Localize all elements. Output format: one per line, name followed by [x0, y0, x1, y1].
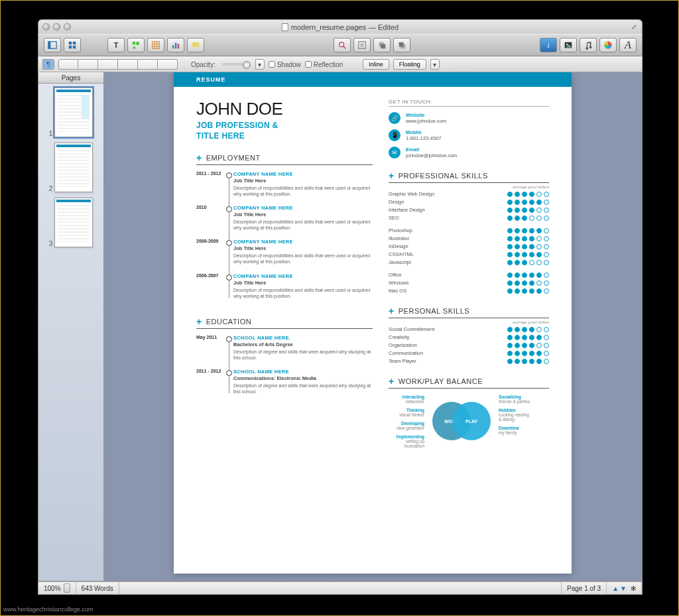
- close-icon[interactable]: [42, 23, 50, 31]
- timeline-item: 2008-2009 COMPANY NAME HERE Job Title He…: [233, 239, 373, 265]
- watermark: www.heritagechristiancollege.com: [3, 606, 93, 613]
- skill-row: InDesign: [389, 243, 549, 249]
- skill-rating: [507, 200, 549, 205]
- thumb-number: 3: [49, 240, 53, 247]
- opacity-stepper[interactable]: ▾: [255, 59, 265, 70]
- timeline-date: 2010: [196, 205, 225, 210]
- zoom-stepper[interactable]: [64, 584, 70, 593]
- document-icon: [282, 23, 288, 31]
- skill-row: SEO: [389, 215, 549, 221]
- wrap-options-button[interactable]: ▾: [430, 59, 440, 70]
- fullscreen-icon[interactable]: ⤢: [631, 23, 637, 31]
- zoom-icon[interactable]: [64, 23, 71, 31]
- sections-button[interactable]: [64, 38, 81, 52]
- venn-item: Implementingsetting up foundation: [389, 434, 424, 448]
- skill-row: Team Player: [389, 358, 549, 364]
- chart-button[interactable]: [167, 38, 184, 52]
- timeline-desc: Description of responsibilities and skil…: [233, 287, 373, 299]
- timeline-subheading: Communications: Electronic Media: [233, 375, 373, 381]
- fonts-button[interactable]: A: [619, 38, 637, 52]
- timeline-heading: COMPANY NAME HERE: [233, 205, 373, 211]
- contact-item: 📱 Mobile 1-801-123-4567: [389, 129, 549, 141]
- document-canvas[interactable]: RESUME JOHN DOE JOB PROFESSION & TITLE H…: [103, 72, 642, 581]
- timeline-heading: COMPANY NAME HERE: [233, 171, 373, 177]
- wrap-inline-button[interactable]: Inline: [363, 59, 389, 70]
- nav-down-icon[interactable]: ▼: [620, 585, 627, 592]
- page-thumbnail-2[interactable]: [54, 143, 93, 192]
- contact-item: ✉ Email johndoe@johndoe.com: [389, 147, 549, 158]
- svg-rect-24: [381, 44, 385, 48]
- mask-button[interactable]: [353, 38, 371, 52]
- skill-rating: [507, 343, 549, 348]
- align-center-button[interactable]: [78, 59, 98, 70]
- timeline-desc: Description of degree and skills that we…: [233, 383, 373, 395]
- page-thumbnail-3[interactable]: [54, 198, 93, 247]
- table-button[interactable]: [147, 38, 164, 52]
- skill-name: Team Player: [389, 358, 416, 364]
- wrap-floating-button[interactable]: Floating: [393, 59, 426, 70]
- skill-rating: [507, 192, 549, 197]
- textbox-button[interactable]: T: [107, 38, 125, 52]
- contact-icon: ✉: [389, 147, 401, 158]
- venn-play-circle: PLAY: [452, 402, 491, 440]
- inspector-button[interactable]: i: [540, 38, 557, 52]
- shadow-checkbox[interactable]: Shadow: [269, 61, 301, 68]
- skill-row: Interface Design: [389, 207, 549, 213]
- align-top-button[interactable]: [138, 59, 158, 70]
- nav-up-icon[interactable]: ▲: [612, 585, 619, 592]
- align-middle-button[interactable]: [158, 59, 178, 70]
- contact-icon: 📱: [389, 129, 401, 141]
- skill-rating: [507, 288, 549, 294]
- timeline-subheading: Job Title Here: [233, 178, 373, 184]
- media-button[interactable]: [560, 38, 577, 52]
- timeline-desc: Description of degree and skills that we…: [233, 349, 373, 361]
- opacity-slider[interactable]: [222, 63, 249, 66]
- timeline-heading: COMPANY NAME HERE: [233, 273, 373, 279]
- venn-diagram: WORK PLAY: [428, 397, 495, 445]
- svg-point-28: [566, 44, 568, 46]
- comment-button[interactable]: [187, 38, 204, 52]
- status-bar: 100% 643 Words Page 1 of 3 ▲ ▼ ✻: [38, 582, 643, 595]
- svg-rect-15: [175, 43, 177, 49]
- document-page[interactable]: RESUME JOHN DOE JOB PROFESSION & TITLE H…: [174, 72, 572, 574]
- skill-rating: [507, 273, 549, 278]
- align-right-button[interactable]: [98, 59, 118, 70]
- skill-name: Illustrator: [389, 235, 409, 241]
- music-button[interactable]: [580, 38, 597, 52]
- skill-row: Graphic Web Design: [389, 191, 549, 197]
- contact-item: 🔗 Website www.johndoe.com: [389, 112, 549, 124]
- page-thumbnail-1[interactable]: [54, 88, 93, 137]
- window-controls[interactable]: [42, 23, 71, 31]
- shapes-button[interactable]: [127, 38, 145, 52]
- svg-marker-8: [133, 46, 136, 48]
- timeline-subheading: Job Title Here: [233, 212, 373, 217]
- skill-rating: [507, 260, 549, 265]
- section-employment: EMPLOYMENT: [206, 154, 261, 162]
- plus-icon: +: [389, 170, 395, 181]
- timeline-subheading: Job Title Here: [233, 280, 373, 286]
- search-button[interactable]: [334, 38, 351, 52]
- svg-rect-9: [153, 42, 160, 49]
- skill-rating: [507, 216, 549, 221]
- align-justify-button[interactable]: [118, 59, 138, 70]
- skill-rating: [507, 359, 549, 364]
- front-button[interactable]: [373, 38, 391, 52]
- zoom-level[interactable]: 100%: [44, 585, 61, 592]
- skill-rating: [507, 236, 549, 241]
- align-left-button[interactable]: [58, 59, 78, 70]
- timeline-desc: Description of responsibilities and skil…: [233, 185, 373, 197]
- resume-title-1: JOB PROFESSION &: [196, 121, 373, 130]
- back-button[interactable]: [393, 38, 410, 52]
- minimize-icon[interactable]: [53, 23, 60, 31]
- view-button[interactable]: [44, 38, 61, 52]
- paragraph-style-button[interactable]: ¶: [42, 59, 54, 70]
- contact-label: Email: [406, 147, 457, 153]
- resume-banner: RESUME: [174, 72, 572, 87]
- settings-gear-icon[interactable]: ✻: [631, 585, 636, 592]
- svg-rect-2: [69, 42, 72, 44]
- skill-name: Social Commitement: [389, 326, 434, 332]
- pages-sidebar: Pages 1 2 3: [38, 72, 103, 581]
- resume-title-2: TITLE HERE: [196, 131, 373, 141]
- colors-button[interactable]: [599, 38, 617, 52]
- reflection-checkbox[interactable]: Reflection: [305, 61, 343, 68]
